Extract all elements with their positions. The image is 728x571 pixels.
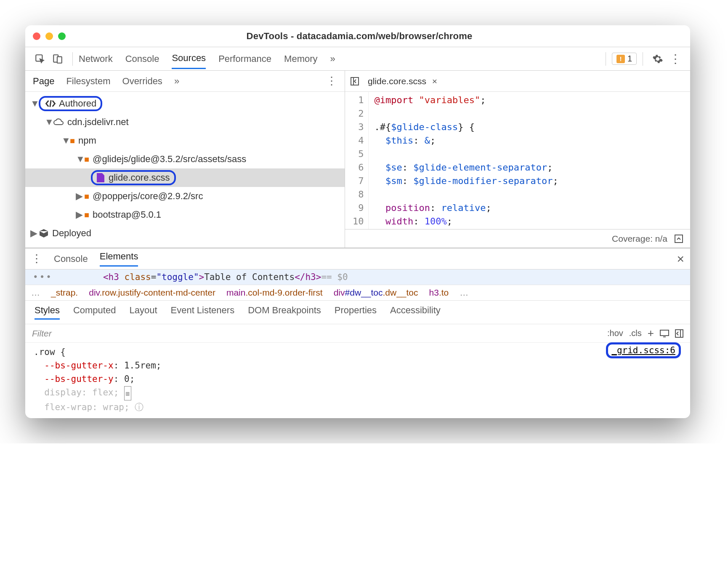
warning-count: 1 bbox=[627, 54, 632, 64]
chevron-down-icon: ▼ bbox=[45, 117, 51, 128]
coverage-label: Coverage: n/a bbox=[612, 234, 667, 244]
new-style-icon[interactable]: + bbox=[648, 327, 654, 340]
crumb-item[interactable]: div.row.justify-content-md-center bbox=[89, 288, 215, 298]
crumb-ellipsis: … bbox=[31, 288, 40, 298]
chevron-right-icon: ▶ bbox=[76, 209, 82, 220]
tree-authored[interactable]: ▼ Authored bbox=[25, 94, 345, 113]
tree-label: @popperjs/core@2.9.2/src bbox=[93, 191, 203, 202]
flex-badge-icon[interactable]: ▥ bbox=[124, 386, 131, 400]
crumb-item[interactable]: _strap. bbox=[51, 288, 78, 297]
tree-glide-pkg[interactable]: ▼ ■ @glidejs/glide@3.5.2/src/assets/sass bbox=[25, 150, 345, 168]
tree-label: bootstrap@5.0.1 bbox=[93, 209, 161, 220]
tab-network[interactable]: Network bbox=[79, 49, 113, 69]
maximize-icon[interactable] bbox=[58, 32, 66, 40]
warning-badge[interactable]: ! 1 bbox=[612, 53, 637, 65]
gear-icon[interactable] bbox=[651, 53, 664, 65]
layout-tab[interactable]: Layout bbox=[129, 305, 157, 320]
close-icon[interactable] bbox=[33, 32, 40, 40]
file-icon bbox=[97, 173, 104, 182]
dom-selected-line[interactable]: ••• <h3 class="toggle">Table of Contents… bbox=[25, 269, 690, 285]
window-title: DevTools - datacadamia.com/web/browser/c… bbox=[66, 31, 653, 42]
folder-icon: ■ bbox=[84, 192, 89, 201]
crumb-item[interactable]: div#dw__toc.dw__toc bbox=[334, 288, 418, 298]
dom-breakpoints-tab[interactable]: DOM Breakpoints bbox=[248, 305, 321, 320]
drawer-close-icon[interactable]: × bbox=[677, 252, 684, 266]
styles-toolbar: Filter :hov .cls + bbox=[25, 324, 690, 343]
drawer-tab-console[interactable]: Console bbox=[54, 253, 88, 264]
dom-html: <h3 class="toggle">Table of Contents</h3… bbox=[103, 272, 321, 282]
svg-rect-5 bbox=[660, 330, 669, 336]
code-content: @import "variables"; .#{$glide-class} { … bbox=[369, 92, 564, 229]
panel-toggle-icon[interactable] bbox=[675, 329, 683, 338]
tree-label: cdn.jsdelivr.net bbox=[67, 117, 129, 128]
editor-tab-label: glide.core.scss bbox=[368, 76, 426, 86]
crumb-item[interactable]: h3.to bbox=[429, 288, 449, 298]
tree-npm[interactable]: ▼ ■ npm bbox=[25, 131, 345, 150]
sub-tab-overrides[interactable]: Overrides bbox=[122, 76, 162, 87]
expand-icon[interactable] bbox=[674, 234, 683, 243]
tab-performance[interactable]: Performance bbox=[218, 49, 271, 69]
crumb-item[interactable]: main.col-md-9.order-first bbox=[226, 288, 323, 298]
elements-subtabs: Styles Computed Layout Event Listeners D… bbox=[25, 301, 690, 324]
tree-popper[interactable]: ▶ ■ @popperjs/core@2.9.2/src bbox=[25, 187, 345, 205]
ellipsis-icon: ••• bbox=[33, 272, 53, 282]
sub-tab-page[interactable]: Page bbox=[33, 76, 54, 87]
hov-button[interactable]: :hov bbox=[607, 328, 623, 338]
info-icon[interactable]: ⓘ bbox=[135, 402, 143, 412]
editor-pane: glide.core.scss × 1234567891011 @import … bbox=[345, 71, 690, 248]
device-icon[interactable] bbox=[660, 330, 669, 337]
editor-tab[interactable]: glide.core.scss × bbox=[368, 76, 437, 86]
tree-bootstrap[interactable]: ▶ ■ bootstrap@5.0.1 bbox=[25, 205, 345, 224]
breadcrumb[interactable]: … _strap. div.row.justify-content-md-cen… bbox=[25, 285, 690, 301]
file-tree: ▼ Authored ▼ cdn.jsdelivr.net ▼ ■ npm bbox=[25, 92, 345, 248]
minimize-icon[interactable] bbox=[45, 32, 53, 40]
rule-selector: .row { bbox=[34, 345, 682, 359]
styles-rule[interactable]: _grid.scss:6 .row { --bs-gutter-x: 1.5re… bbox=[25, 343, 690, 418]
tree-label: npm bbox=[78, 135, 96, 146]
highlight-file: glide.core.scss bbox=[91, 170, 176, 185]
tree-deployed[interactable]: ▶ Deployed bbox=[25, 224, 345, 243]
close-tab-icon[interactable]: × bbox=[432, 76, 437, 86]
tab-memory[interactable]: Memory bbox=[284, 49, 317, 69]
style-source-link[interactable]: _grid.scss:6 bbox=[606, 344, 681, 357]
drawer-tab-elements[interactable]: Elements bbox=[100, 251, 138, 267]
event-listeners-tab[interactable]: Event Listeners bbox=[171, 305, 235, 320]
navigator-tabs: Page Filesystem Overrides » ⋮ bbox=[25, 71, 345, 92]
kebab-icon[interactable]: ⋮ bbox=[669, 53, 682, 65]
tab-sources[interactable]: Sources bbox=[172, 48, 206, 69]
navigator-menu-icon[interactable]: ⋮ bbox=[326, 75, 337, 88]
sidebar-toggle-icon[interactable] bbox=[350, 77, 359, 86]
inspect-icon[interactable] bbox=[34, 53, 46, 65]
cloud-icon bbox=[53, 118, 64, 126]
folder-icon: ■ bbox=[84, 210, 89, 220]
drawer: ⋮ Console Elements × ••• <h3 class="togg… bbox=[25, 248, 690, 418]
tab-console[interactable]: Console bbox=[125, 49, 159, 69]
tree-glide-file[interactable]: glide.core.scss bbox=[25, 168, 345, 187]
devtools-window: DevTools - datacadamia.com/web/browser/c… bbox=[25, 25, 690, 418]
styles-tab[interactable]: Styles bbox=[35, 305, 60, 320]
chevron-down-icon: ▼ bbox=[61, 135, 68, 146]
line-gutter: 1234567891011 bbox=[345, 92, 369, 229]
sub-tab-filesystem[interactable]: Filesystem bbox=[66, 76, 110, 87]
navigator-pane: Page Filesystem Overrides » ⋮ ▼ Authored… bbox=[25, 71, 345, 248]
svg-rect-2 bbox=[57, 56, 62, 63]
tree-cdn[interactable]: ▼ cdn.jsdelivr.net bbox=[25, 113, 345, 131]
tree-label: Authored bbox=[59, 98, 96, 109]
editor-footer: Coverage: n/a bbox=[345, 229, 690, 248]
filter-input[interactable]: Filter bbox=[32, 328, 601, 339]
computed-tab[interactable]: Computed bbox=[73, 305, 116, 320]
crumb-ellipsis: … bbox=[460, 288, 468, 298]
device-icon[interactable] bbox=[51, 53, 64, 65]
chevron-right-icon: ▶ bbox=[76, 191, 82, 202]
sources-content: Page Filesystem Overrides » ⋮ ▼ Authored… bbox=[25, 71, 690, 248]
tabs-overflow[interactable]: » bbox=[330, 49, 335, 69]
chevron-down-icon: ▼ bbox=[30, 98, 37, 109]
sub-tabs-overflow[interactable]: » bbox=[174, 76, 179, 87]
properties-tab[interactable]: Properties bbox=[335, 305, 377, 320]
cls-button[interactable]: .cls bbox=[629, 328, 642, 338]
titlebar: DevTools - datacadamia.com/web/browser/c… bbox=[25, 25, 690, 47]
drawer-menu-icon[interactable]: ⋮ bbox=[31, 252, 42, 265]
code-editor[interactable]: 1234567891011 @import "variables"; .#{$g… bbox=[345, 92, 690, 229]
editor-tabbar: glide.core.scss × bbox=[345, 71, 690, 92]
accessibility-tab[interactable]: Accessibility bbox=[390, 305, 441, 320]
